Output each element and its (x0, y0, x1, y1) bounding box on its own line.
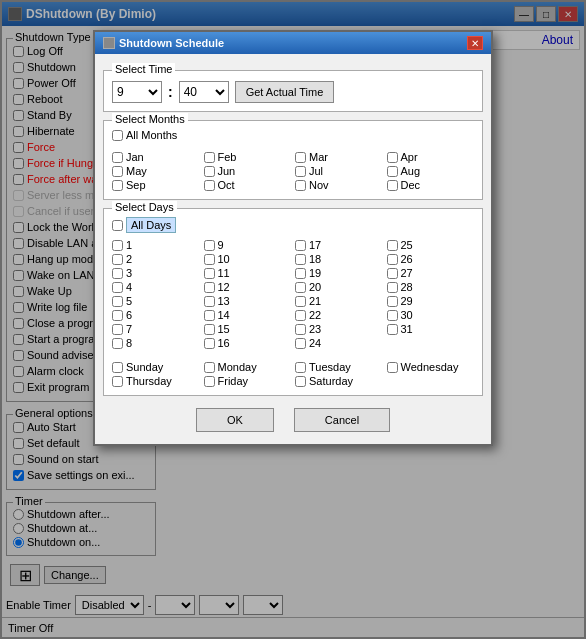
day5-checkbox[interactable] (112, 296, 123, 307)
day6-checkbox[interactable] (112, 310, 123, 321)
sep-checkbox[interactable] (112, 180, 123, 191)
thursday-checkbox[interactable] (112, 376, 123, 387)
hour-select[interactable]: 9 (112, 81, 162, 103)
list-item: 20 (295, 281, 383, 293)
dec-checkbox[interactable] (387, 180, 398, 191)
day17-checkbox[interactable] (295, 240, 306, 251)
day12-checkbox[interactable] (204, 282, 215, 293)
day26-checkbox[interactable] (387, 254, 398, 265)
list-item: May (112, 165, 200, 177)
list-item: 26 (387, 253, 475, 265)
day18-checkbox[interactable] (295, 254, 306, 265)
day2-checkbox[interactable] (112, 254, 123, 265)
list-item: Jan (112, 151, 200, 163)
list-item: 27 (387, 267, 475, 279)
saturday-checkbox[interactable] (295, 376, 306, 387)
list-item: 11 (204, 267, 292, 279)
all-days-checkbox[interactable] (112, 220, 123, 231)
list-item: Nov (295, 179, 383, 191)
day3-checkbox[interactable] (112, 268, 123, 279)
list-item: 14 (204, 309, 292, 321)
list-item: 22 (295, 309, 383, 321)
list-item: Tuesday (295, 361, 383, 373)
day7-checkbox[interactable] (112, 324, 123, 335)
select-days-group: Select Days All Days 1 2 3 4 (103, 208, 483, 396)
list-item: 21 (295, 295, 383, 307)
list-item: Sunday (112, 361, 200, 373)
list-item: 12 (204, 281, 292, 293)
aug-checkbox[interactable] (387, 166, 398, 177)
day9-checkbox[interactable] (204, 240, 215, 251)
minute-select[interactable]: 40 (179, 81, 229, 103)
nov-checkbox[interactable] (295, 180, 306, 191)
day23-checkbox[interactable] (295, 324, 306, 335)
time-separator: : (168, 84, 173, 100)
day21-checkbox[interactable] (295, 296, 306, 307)
list-item: Mar (295, 151, 383, 163)
days-grid: 1 2 3 4 5 6 7 8 9 10 (112, 237, 474, 349)
day24-checkbox[interactable] (295, 338, 306, 349)
apr-checkbox[interactable] (387, 152, 398, 163)
day22-checkbox[interactable] (295, 310, 306, 321)
modal-body: Select Time 9 : 40 Get Actual Time S (95, 54, 491, 444)
day8-checkbox[interactable] (112, 338, 123, 349)
list-item: 16 (204, 337, 292, 349)
list-item: 17 (295, 239, 383, 251)
list-item: 2 (112, 253, 200, 265)
day29-checkbox[interactable] (387, 296, 398, 307)
tuesday-checkbox[interactable] (295, 362, 306, 373)
day13-checkbox[interactable] (204, 296, 215, 307)
list-item: 30 (387, 309, 475, 321)
day1-checkbox[interactable] (112, 240, 123, 251)
jul-checkbox[interactable] (295, 166, 306, 177)
day10-checkbox[interactable] (204, 254, 215, 265)
list-item: 18 (295, 253, 383, 265)
list-item: Jul (295, 165, 383, 177)
day25-checkbox[interactable] (387, 240, 398, 251)
time-row: 9 : 40 Get Actual Time (112, 77, 474, 103)
day15-checkbox[interactable] (204, 324, 215, 335)
list-item: Apr (387, 151, 475, 163)
feb-checkbox[interactable] (204, 152, 215, 163)
list-item: 10 (204, 253, 292, 265)
day27-checkbox[interactable] (387, 268, 398, 279)
day16-checkbox[interactable] (204, 338, 215, 349)
day14-checkbox[interactable] (204, 310, 215, 321)
jun-checkbox[interactable] (204, 166, 215, 177)
list-item: Feb (204, 151, 292, 163)
cancel-button[interactable]: Cancel (294, 408, 390, 432)
wednesday-checkbox[interactable] (387, 362, 398, 373)
monday-checkbox[interactable] (204, 362, 215, 373)
get-actual-time-button[interactable]: Get Actual Time (235, 81, 335, 103)
sunday-checkbox[interactable] (112, 362, 123, 373)
list-item: Monday (204, 361, 292, 373)
list-item: Aug (387, 165, 475, 177)
list-item: Jun (204, 165, 292, 177)
ok-button[interactable]: OK (196, 408, 274, 432)
day19-checkbox[interactable] (295, 268, 306, 279)
all-days-row: All Days (112, 215, 474, 237)
day28-checkbox[interactable] (387, 282, 398, 293)
jan-checkbox[interactable] (112, 152, 123, 163)
list-item: Friday (204, 375, 292, 387)
may-checkbox[interactable] (112, 166, 123, 177)
select-time-group: Select Time 9 : 40 Get Actual Time (103, 70, 483, 112)
day4-checkbox[interactable] (112, 282, 123, 293)
day31-checkbox[interactable] (387, 324, 398, 335)
day20-checkbox[interactable] (295, 282, 306, 293)
day30-checkbox[interactable] (387, 310, 398, 321)
modal-overlay: Shutdown Schedule ✕ Select Time 9 : 40 (0, 0, 586, 639)
list-item: 3 (112, 267, 200, 279)
list-item: 15 (204, 323, 292, 335)
list-item: Dec (387, 179, 475, 191)
list-item: 1 (112, 239, 200, 251)
all-months-checkbox[interactable] (112, 130, 123, 141)
modal-close-button[interactable]: ✕ (467, 36, 483, 50)
select-months-group: Select Months All Months Jan Feb Mar Apr… (103, 120, 483, 200)
oct-checkbox[interactable] (204, 180, 215, 191)
mar-checkbox[interactable] (295, 152, 306, 163)
select-months-label: Select Months (112, 113, 188, 125)
all-months-label: All Months (126, 129, 177, 141)
day11-checkbox[interactable] (204, 268, 215, 279)
friday-checkbox[interactable] (204, 376, 215, 387)
